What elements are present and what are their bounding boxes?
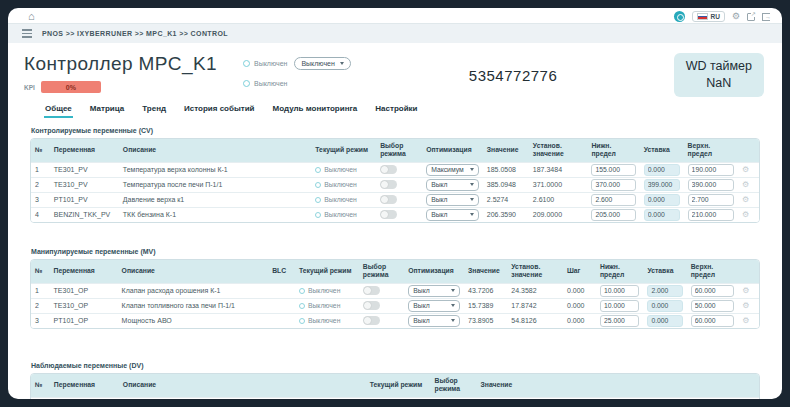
controller-mode-value: Выключен (301, 60, 334, 67)
cv-low-cell (587, 162, 639, 177)
status-radio-icon[interactable] (299, 318, 305, 324)
cv-sp-cell (640, 162, 684, 177)
controller-state-radio[interactable] (243, 60, 250, 67)
low-limit-input[interactable] (600, 315, 639, 327)
cv-mode-cell: Выключен (311, 207, 376, 222)
chevron-down-icon (470, 183, 474, 186)
home-icon[interactable]: ⌂ (28, 11, 35, 22)
cv-num-cell: 1 (31, 162, 50, 177)
status-radio-icon[interactable] (315, 212, 321, 218)
high-limit-input[interactable] (691, 300, 735, 312)
mv-low-cell (596, 283, 643, 298)
dv-toggle-cell (431, 397, 477, 399)
low-limit-input[interactable] (591, 179, 635, 191)
dv-col-mode: Текущий режим (366, 374, 431, 397)
cv-col-gear (738, 139, 759, 162)
mv-col-opt: Оптимизация (404, 260, 464, 283)
status-radio-icon[interactable] (315, 167, 321, 173)
setpoint-input[interactable] (644, 194, 680, 206)
menu-icon[interactable] (22, 29, 32, 38)
low-limit-input[interactable] (600, 300, 639, 312)
optimization-select[interactable]: Выкл (426, 179, 479, 191)
optimization-select[interactable]: Выкл (408, 300, 460, 312)
external-link-icon[interactable] (747, 13, 755, 21)
row-settings-icon[interactable]: ⚙ (742, 195, 749, 204)
cv-name-cell: PT101_PV (50, 192, 119, 207)
setpoint-input[interactable] (647, 285, 682, 297)
chevron-down-icon (470, 198, 474, 201)
row-settings-icon[interactable]: ⚙ (742, 210, 749, 219)
status-radio-icon[interactable] (315, 197, 321, 203)
low-limit-input[interactable] (591, 164, 635, 176)
setpoint-input[interactable] (644, 179, 680, 191)
mv-blc-cell (268, 298, 295, 313)
mv-value-cell: 15.7389 (464, 298, 507, 313)
setpoint-input[interactable] (644, 209, 680, 221)
optimizer-state-radio[interactable] (243, 80, 250, 87)
wd-timer-value: NaN (686, 75, 752, 92)
cv-name-cell: TE310_PV (50, 177, 119, 192)
high-limit-input[interactable] (688, 194, 734, 206)
mode-toggle[interactable] (380, 195, 397, 204)
low-limit-input[interactable] (591, 209, 635, 221)
setpoint-input[interactable] (647, 315, 682, 327)
optimization-select[interactable]: Выкл (426, 194, 479, 206)
mode-toggle[interactable] (380, 210, 397, 219)
optimization-select[interactable]: Максимум (426, 164, 479, 176)
mv-col-low: Нижн. предел (596, 260, 643, 283)
tab-2[interactable]: Тренд (141, 100, 167, 118)
table-row: 2TE310_OPКлапан топливного газа печи П-1… (31, 298, 759, 313)
cv-setvalue-cell: 187.3484 (529, 162, 588, 177)
tab-4[interactable]: Модуль мониторинга (272, 100, 359, 118)
mv-num-cell: 2 (31, 298, 50, 313)
language-selector[interactable]: RU (692, 11, 725, 22)
cv-name-cell: TE301_PV (50, 162, 119, 177)
tab-0[interactable]: Общее (44, 100, 73, 118)
mv-desc-cell: Клапан расхода орошения К-1 (118, 283, 269, 298)
cv-high-cell (684, 162, 738, 177)
cv-sp-cell (640, 207, 684, 222)
optimization-select[interactable]: Выкл (408, 315, 460, 327)
table-row: 3PT101_OPМощность АВОВыключенВыкл73.8905… (31, 313, 759, 328)
mode-toggle[interactable] (380, 165, 397, 174)
tab-bar: ОбщееМатрицаТрендИстория событийМодуль м… (44, 100, 782, 118)
high-limit-input[interactable] (691, 285, 735, 297)
chevron-down-icon (451, 319, 455, 322)
high-limit-input[interactable] (688, 164, 734, 176)
tab-1[interactable]: Матрица (89, 100, 125, 118)
row-settings-icon[interactable]: ⚙ (742, 180, 749, 189)
mode-toggle[interactable] (363, 286, 380, 295)
optimization-select[interactable]: Выкл (408, 285, 460, 297)
kpi-badge: 0% (41, 81, 101, 93)
setpoint-input[interactable] (644, 164, 680, 176)
high-limit-input[interactable] (688, 179, 734, 191)
status-radio-icon[interactable] (315, 182, 321, 188)
high-limit-input[interactable] (688, 209, 734, 221)
logout-icon[interactable] (762, 13, 770, 21)
settings-icon[interactable]: ⚙ (732, 12, 740, 21)
setpoint-input[interactable] (647, 300, 682, 312)
status-radio-icon[interactable] (299, 288, 305, 294)
tab-5[interactable]: Настройки (374, 100, 418, 118)
low-limit-input[interactable] (600, 285, 639, 297)
mv-setvalue-cell: 17.8742 (507, 298, 563, 313)
breadcrumb-bar: PNOS >> IXYBERRUNER >> MPC_K1 >> CONTROL (8, 23, 782, 43)
user-avatar[interactable] (674, 11, 685, 22)
mode-toggle[interactable] (363, 301, 380, 310)
low-limit-input[interactable] (591, 194, 635, 206)
high-limit-input[interactable] (691, 315, 735, 327)
row-settings-icon[interactable]: ⚙ (742, 165, 749, 174)
app-window: ⌂ RU ⚙ PNOS >> IXYBERRUNER >> MPC_K1 >> … (8, 8, 782, 399)
tab-3[interactable]: История событий (183, 100, 255, 118)
controller-counter: 5354772776 (469, 67, 557, 84)
mv-settings-cell: ⚙ (738, 298, 759, 313)
row-settings-icon[interactable]: ⚙ (742, 301, 749, 310)
row-settings-icon[interactable]: ⚙ (742, 286, 749, 295)
dv-num-cell: 4 (31, 397, 50, 399)
controller-mode-select[interactable]: Выключен (294, 57, 350, 70)
mode-toggle[interactable] (380, 180, 397, 189)
row-settings-icon[interactable]: ⚙ (742, 316, 749, 325)
mode-toggle[interactable] (363, 316, 380, 325)
optimization-select[interactable]: Выкл (426, 209, 479, 221)
status-radio-icon[interactable] (299, 303, 305, 309)
